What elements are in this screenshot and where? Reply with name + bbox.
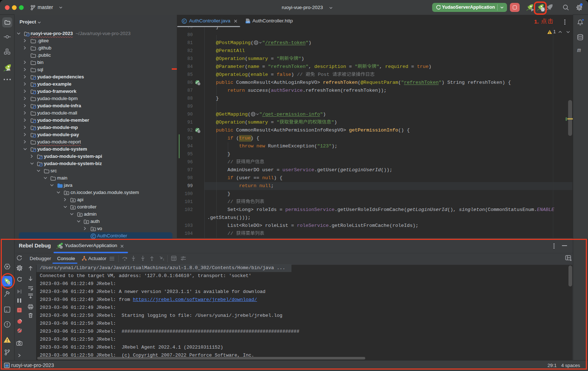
svg-text:API: API — [246, 21, 250, 23]
svg-text:C: C — [92, 234, 94, 238]
svg-text:JR: JR — [6, 68, 10, 72]
svg-text:C: C — [183, 19, 186, 23]
